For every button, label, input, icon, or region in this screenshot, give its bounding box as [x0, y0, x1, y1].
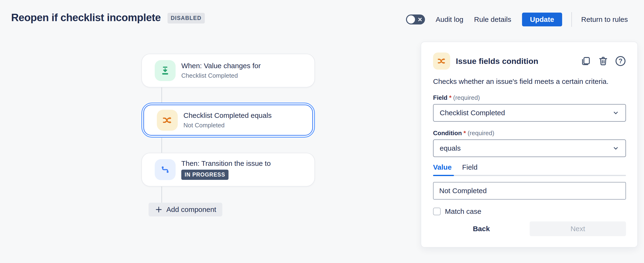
- status-badge: DISABLED: [168, 13, 205, 24]
- audit-log-link[interactable]: Audit log: [436, 16, 464, 24]
- page-title: Reopen if checklist incomplete: [11, 12, 161, 24]
- active-tab-underline: [433, 175, 454, 176]
- issue-fields-condition-icon: [433, 53, 450, 70]
- field-select[interactable]: Checklist Completed: [433, 104, 626, 122]
- toggle-knob: [407, 16, 415, 24]
- required-star: *: [464, 129, 466, 137]
- condition-select-value: equals: [440, 144, 612, 152]
- node-connector-line: [161, 73, 162, 207]
- condition-label: Condition* (required): [433, 129, 626, 137]
- next-button[interactable]: Next: [530, 221, 626, 236]
- duplicate-icon[interactable]: [580, 56, 591, 67]
- panel-description: Checks whether an issue's field meets a …: [433, 77, 626, 86]
- in-progress-lozenge: IN PROGRESS: [181, 170, 228, 180]
- return-to-rules-link[interactable]: Return to rules: [581, 16, 628, 24]
- tab-underline-track: [433, 175, 626, 176]
- rule-details-link[interactable]: Rule details: [474, 16, 511, 24]
- trigger-node-title: When: Value changes for: [181, 62, 261, 70]
- panel-footer: Back Next: [433, 221, 626, 236]
- rule-enabled-toggle[interactable]: [406, 15, 425, 25]
- tab-field[interactable]: Field: [462, 163, 478, 171]
- toolbar: Audit log Rule details Update Return to …: [406, 12, 628, 27]
- rule-chain-canvas: When: Value changes for Checklist Comple…: [142, 54, 315, 225]
- match-case-row[interactable]: Match case: [433, 207, 626, 215]
- help-icon[interactable]: ?: [615, 56, 626, 67]
- field-select-value: Checklist Completed: [440, 109, 612, 117]
- condition-node-selected-ring: Checklist Completed equals Not Completed: [142, 103, 315, 138]
- panel-header: Issue fields condition: [433, 53, 626, 70]
- update-button[interactable]: Update: [522, 13, 562, 26]
- automation-rule-editor: Reopen if checklist incomplete DISABLED …: [0, 0, 644, 263]
- chevron-down-icon: [612, 109, 619, 116]
- required-hint: (required): [453, 94, 480, 101]
- component-config-panel: Issue fields condition: [421, 42, 638, 247]
- trigger-node-subtitle: Checklist Completed: [181, 72, 261, 79]
- toggle-off-x-icon: [418, 17, 422, 22]
- trigger-node-card[interactable]: When: Value changes for Checklist Comple…: [142, 54, 315, 87]
- condition-node-subtitle: Not Completed: [184, 122, 272, 129]
- panel-actions: ?: [580, 56, 626, 67]
- toolbar-divider: [572, 12, 572, 27]
- issue-fields-condition-icon: [157, 110, 178, 131]
- value-input[interactable]: [433, 182, 626, 200]
- field-label: Field* (required): [433, 94, 626, 101]
- required-star: *: [449, 94, 452, 101]
- action-node-card[interactable]: Then: Transition the issue to IN PROGRES…: [142, 153, 315, 186]
- condition-node-title: Checklist Completed equals: [184, 111, 272, 120]
- value-changed-trigger-icon: [155, 60, 176, 81]
- required-hint: (required): [468, 129, 494, 137]
- value-field-tabs: Value Field: [433, 163, 626, 171]
- panel-title: Issue fields condition: [456, 57, 575, 66]
- match-case-checkbox[interactable]: [433, 208, 441, 215]
- chevron-down-icon: [612, 145, 619, 152]
- help-glyph: ?: [618, 58, 623, 65]
- condition-node-card[interactable]: Checklist Completed equals Not Completed: [143, 105, 313, 136]
- add-component-button[interactable]: Add component: [148, 203, 222, 216]
- page-header: Reopen if checklist incomplete DISABLED: [11, 12, 205, 24]
- transition-issue-action-icon: [155, 159, 176, 180]
- action-node-title: Then: Transition the issue to: [181, 159, 271, 167]
- match-case-label: Match case: [445, 207, 481, 215]
- tab-value[interactable]: Value: [433, 163, 452, 171]
- delete-trash-icon[interactable]: [598, 56, 609, 67]
- condition-label-text: Condition: [433, 129, 462, 137]
- add-component-label: Add component: [166, 205, 216, 214]
- back-button[interactable]: Back: [433, 225, 530, 233]
- plus-icon: [155, 205, 163, 214]
- condition-select[interactable]: equals: [433, 139, 626, 157]
- field-label-text: Field: [433, 94, 448, 101]
